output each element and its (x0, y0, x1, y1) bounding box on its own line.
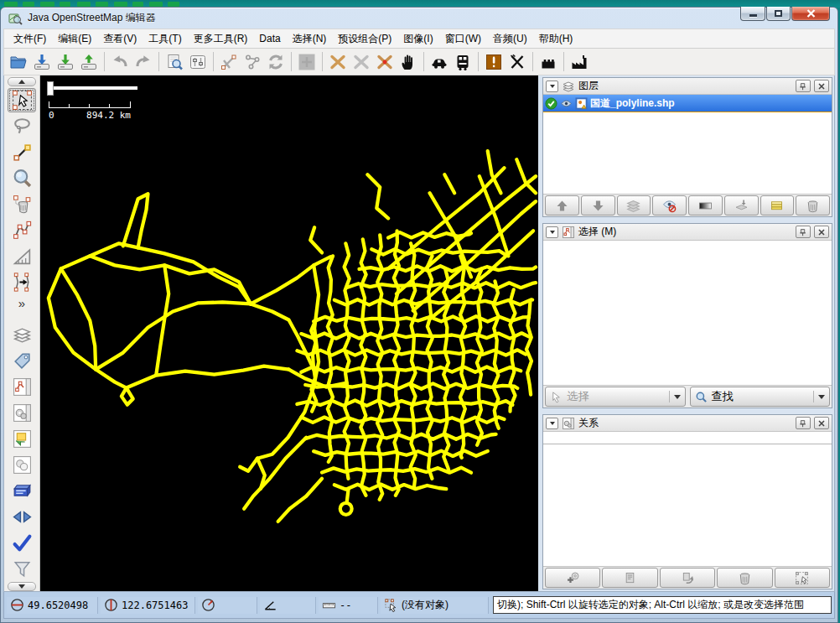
tool-draw-nodes-button[interactable] (8, 140, 36, 164)
move-down-button[interactable] (581, 195, 615, 215)
delete-layer-button[interactable] (796, 195, 830, 215)
undo-button[interactable] (108, 50, 132, 73)
download-along-button[interactable] (54, 50, 77, 73)
toggle-validator-button[interactable] (8, 531, 36, 555)
new-layer-button[interactable] (760, 195, 795, 215)
selection-list[interactable] (543, 241, 832, 385)
menu-item-6[interactable]: 选择(N) (287, 29, 333, 49)
redo-button[interactable] (132, 50, 155, 73)
toolbar-separator (532, 52, 533, 71)
layers-collapse-button[interactable] (546, 80, 558, 92)
select-relation-button[interactable] (775, 568, 830, 588)
download-osm-data-button[interactable] (30, 50, 54, 73)
angle-field (260, 597, 316, 614)
delete-relation-button[interactable] (717, 568, 772, 588)
relations-close-button[interactable] (814, 417, 829, 429)
menu-item-5[interactable]: Data (253, 30, 286, 47)
menu-item-7[interactable]: 预设组合(P) (332, 29, 397, 49)
imagery-disabled-button[interactable] (295, 50, 319, 73)
map-view[interactable]: 0 894.2 km (40, 75, 538, 591)
close-button[interactable] (791, 7, 830, 21)
improve-way-icon (12, 220, 33, 241)
merge-layers-button[interactable] (617, 195, 651, 215)
selection-select-button[interactable]: 选择 (545, 387, 686, 407)
toggle-tags-button[interactable] (8, 349, 36, 373)
preset-car-button[interactable] (428, 50, 451, 73)
menu-item-9[interactable]: 窗口(W) (439, 29, 487, 49)
combine-way-button[interactable] (326, 50, 350, 73)
split-way-button[interactable] (373, 50, 397, 73)
preset-warning-button[interactable] (482, 50, 506, 73)
toggle-notes-button[interactable] (8, 479, 36, 503)
selection-collapse-button[interactable] (546, 226, 558, 238)
pan-hand-button[interactable] (397, 50, 420, 73)
menu-item-8[interactable]: 图像(I) (397, 29, 438, 49)
tool-improve-way-button[interactable] (8, 218, 36, 242)
tool-delete-button[interactable] (8, 192, 36, 216)
layers-list[interactable]: 国道_polyline.shp (543, 95, 832, 194)
unglue-ways-button[interactable] (217, 50, 241, 73)
tool-select-button[interactable] (8, 88, 36, 112)
relations-collapse-button[interactable] (546, 418, 558, 429)
relations-pin-button[interactable] (796, 417, 811, 429)
edit-relation-button[interactable] (602, 568, 657, 588)
preset-castle-button[interactable] (537, 50, 560, 73)
toggle-conflicts-button[interactable] (8, 505, 36, 529)
selection-close-button[interactable] (814, 226, 829, 238)
menu-item-4[interactable]: 更多工具(R) (188, 29, 254, 49)
minimize-button[interactable] (740, 7, 765, 21)
menu-item-2[interactable]: 查看(V) (97, 29, 143, 49)
menu-item-0[interactable]: 文件(F) (8, 29, 52, 49)
purge-button[interactable] (241, 50, 264, 73)
preset-bus-button[interactable] (451, 50, 474, 73)
titlebar[interactable]: Java OpenStreetMap 编辑器 (3, 8, 835, 29)
selection-pin-button[interactable] (796, 226, 811, 238)
toggle-selection-list-button[interactable] (8, 375, 36, 399)
layer-visible-eye-icon[interactable] (560, 97, 573, 110)
maximize-button[interactable] (766, 7, 791, 21)
new-relation-button[interactable] (545, 568, 600, 588)
toggle-command-stack-button[interactable] (8, 427, 36, 451)
menu-item-1[interactable]: 编辑(E) (52, 29, 97, 49)
combine-way-disabled-button[interactable] (350, 50, 373, 73)
menu-item-3[interactable]: 工具(T) (143, 29, 187, 49)
preset-factory-button[interactable] (568, 50, 591, 73)
duplicate-relation-button[interactable] (660, 568, 715, 588)
menu-item-11[interactable]: 帮助(H) (533, 29, 579, 49)
opacity-button[interactable] (688, 195, 723, 215)
toolbar-separator (322, 52, 323, 71)
duplicate-layer-button[interactable] (724, 195, 759, 215)
preferences-button[interactable] (186, 50, 210, 73)
layer-row[interactable]: 国道_polyline.shp (543, 95, 832, 112)
update-data-button[interactable] (264, 50, 288, 73)
zoom-slider[interactable] (47, 81, 139, 94)
layers-close-button[interactable] (814, 80, 829, 92)
toolbar-overflow-button[interactable]: » (8, 296, 36, 311)
toggle-layers-button[interactable] (8, 323, 36, 347)
relations-list[interactable] (543, 444, 832, 566)
open-file-button[interactable] (7, 50, 30, 73)
selection-search-button[interactable]: 查找 (690, 387, 831, 407)
tool-lasso-button[interactable] (8, 114, 36, 138)
tool-parallel-button[interactable] (8, 270, 36, 294)
menu-item-10[interactable]: 音频(U) (487, 29, 533, 49)
merge-layers-icon (625, 198, 641, 214)
toggle-map-styles-button[interactable] (8, 453, 36, 477)
preferences-search-button[interactable] (163, 50, 186, 73)
toggle-visibility-button[interactable] (652, 195, 687, 215)
tool-ruler-button[interactable] (8, 244, 36, 268)
preset-restaurant-button[interactable] (506, 50, 529, 73)
scroll-up-button[interactable] (8, 77, 36, 86)
duplicate-relation-icon (680, 570, 696, 586)
zoom-slider-knob[interactable] (47, 81, 54, 96)
toggle-relations-list-button[interactable] (8, 401, 36, 425)
new-layer-icon (769, 198, 785, 214)
upload-data-button[interactable] (77, 50, 101, 73)
road-polyline (123, 194, 148, 247)
scroll-down-button[interactable] (8, 582, 36, 591)
move-up-button[interactable] (545, 195, 579, 215)
toggle-filter-button[interactable] (8, 557, 36, 581)
road-polyline (480, 176, 509, 256)
layers-pin-button[interactable] (796, 80, 811, 92)
tool-zoom-button[interactable] (8, 166, 36, 190)
